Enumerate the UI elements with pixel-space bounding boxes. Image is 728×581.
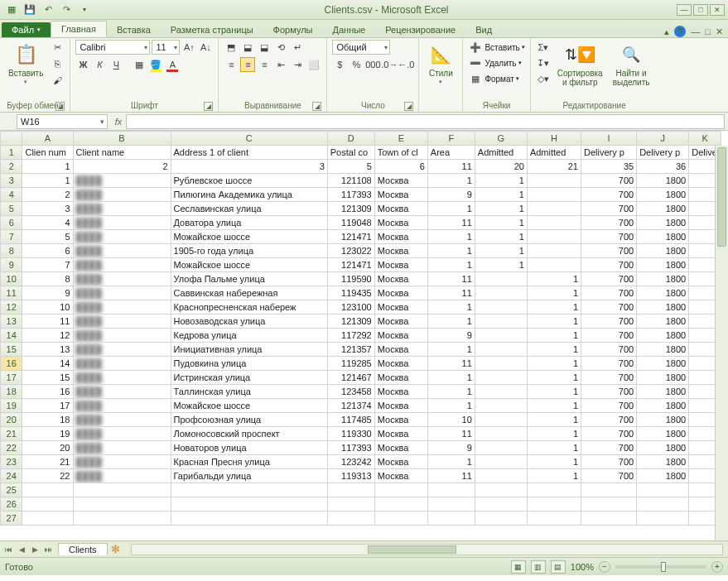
cell[interactable] [374, 497, 427, 511]
cell[interactable] [475, 497, 527, 511]
cell[interactable]: 700 [581, 202, 637, 216]
cell[interactable]: ████ [73, 371, 171, 385]
cell[interactable]: 121108 [327, 174, 374, 188]
cell[interactable]: Москва [374, 413, 427, 427]
cell[interactable]: 121471 [327, 258, 374, 272]
cell[interactable]: 700 [581, 174, 637, 188]
cell[interactable] [374, 511, 427, 526]
cell[interactable]: ████ [73, 300, 171, 315]
cell[interactable]: 1 [527, 329, 581, 343]
cell[interactable]: Пудовкина улица [171, 357, 327, 371]
cell[interactable]: 3 [171, 160, 327, 174]
align-top-icon[interactable]: ⬒ [224, 40, 239, 55]
row-header[interactable]: 21 [1, 427, 22, 441]
row-header[interactable]: 20 [1, 413, 22, 427]
cell[interactable]: Москва [374, 202, 427, 216]
cell[interactable]: 11 [427, 357, 475, 371]
cell[interactable] [475, 329, 527, 343]
cell[interactable]: Москва [374, 286, 427, 300]
tab-insert[interactable]: Вставка [107, 22, 161, 37]
cell[interactable]: 121309 [327, 202, 374, 216]
cell[interactable] [527, 174, 581, 188]
cell[interactable]: 9 [427, 329, 475, 343]
close-icon[interactable]: ✕ [710, 4, 725, 16]
cell[interactable]: 119330 [327, 427, 374, 441]
cell[interactable]: 1 [527, 441, 581, 455]
cell[interactable]: Clien num [22, 146, 73, 160]
align-bottom-icon[interactable]: ⬓ [257, 40, 272, 55]
cell[interactable]: ████ [73, 244, 171, 258]
comma-icon[interactable]: 000 [365, 57, 380, 72]
cell[interactable] [475, 343, 527, 357]
row-header[interactable]: 3 [1, 174, 22, 188]
row-header[interactable]: 9 [1, 258, 22, 272]
tab-data[interactable]: Данные [322, 22, 375, 37]
cell[interactable]: 121357 [327, 343, 374, 357]
cell[interactable]: 119048 [327, 216, 374, 230]
currency-icon[interactable]: $ [332, 57, 347, 72]
row-header[interactable]: 19 [1, 399, 22, 413]
column-header-C[interactable]: C [171, 132, 327, 146]
cell[interactable]: 117393 [327, 188, 374, 202]
row-header[interactable]: 1 [1, 146, 22, 160]
cell[interactable]: 1800 [637, 230, 689, 244]
cell[interactable]: ████ [73, 441, 171, 455]
cell[interactable]: Доватора улица [171, 216, 327, 230]
cell[interactable]: 1 [527, 427, 581, 441]
cell[interactable]: 18 [22, 413, 73, 427]
border-icon[interactable]: ▦ [132, 57, 147, 72]
merge-icon[interactable]: ⬜ [306, 57, 321, 72]
cell[interactable]: 1 [22, 160, 73, 174]
cell[interactable]: 7 [22, 258, 73, 272]
fx-icon[interactable]: fx [111, 114, 126, 129]
cell[interactable]: Москва [374, 441, 427, 455]
cell[interactable]: 700 [581, 385, 637, 399]
cell[interactable]: Сеславинская улица [171, 202, 327, 216]
column-header-E[interactable]: E [374, 132, 427, 146]
cell[interactable]: ████ [73, 357, 171, 371]
cell[interactable]: 700 [581, 413, 637, 427]
zoom-level[interactable]: 100% [571, 562, 594, 572]
cell[interactable] [475, 483, 527, 497]
cell[interactable] [475, 511, 527, 526]
cell[interactable]: 1 [527, 385, 581, 399]
redo-icon[interactable]: ↷ [60, 3, 73, 17]
row-header[interactable]: 6 [1, 216, 22, 230]
cell[interactable]: 1800 [637, 413, 689, 427]
cell[interactable]: Краснопресненская набереж [171, 300, 327, 315]
cell[interactable]: Москва [374, 300, 427, 315]
cell[interactable] [527, 497, 581, 511]
italic-button[interactable]: К [92, 57, 107, 72]
cell[interactable]: ████ [73, 469, 171, 483]
column-header-K[interactable]: K [689, 132, 721, 146]
cell[interactable]: Admitted [527, 146, 581, 160]
cell[interactable]: 8 [22, 272, 73, 286]
cell[interactable]: 700 [581, 230, 637, 244]
cell[interactable]: Таллинская улица [171, 385, 327, 399]
cell[interactable]: Можайское шоссе [171, 230, 327, 244]
horizontal-scrollbar[interactable] [131, 544, 723, 555]
cell[interactable]: Рублевское шоссе [171, 174, 327, 188]
cell[interactable]: Новозаводская улица [171, 315, 327, 329]
cell[interactable]: ████ [73, 174, 171, 188]
cell[interactable]: 1 [475, 244, 527, 258]
cell[interactable]: 11 [427, 286, 475, 300]
percent-icon[interactable]: % [349, 57, 364, 72]
cell[interactable]: 121374 [327, 399, 374, 413]
wrap-text-icon[interactable]: ↵ [290, 40, 305, 55]
cell[interactable]: Пилюгина Академика улица [171, 188, 327, 202]
cell[interactable]: 11 [427, 427, 475, 441]
cell[interactable]: 700 [581, 343, 637, 357]
cell[interactable] [475, 413, 527, 427]
cell[interactable]: 13 [22, 343, 73, 357]
cell[interactable]: 1 [475, 188, 527, 202]
cell[interactable]: 1800 [637, 315, 689, 329]
cell[interactable]: Москва [374, 357, 427, 371]
row-header[interactable]: 25 [1, 483, 22, 497]
cell[interactable]: 700 [581, 399, 637, 413]
cell[interactable]: 1800 [637, 427, 689, 441]
cell[interactable]: 1800 [637, 300, 689, 315]
cell[interactable] [581, 511, 637, 526]
cell[interactable]: 1 [427, 202, 475, 216]
cell[interactable]: 1905-го года улица [171, 244, 327, 258]
